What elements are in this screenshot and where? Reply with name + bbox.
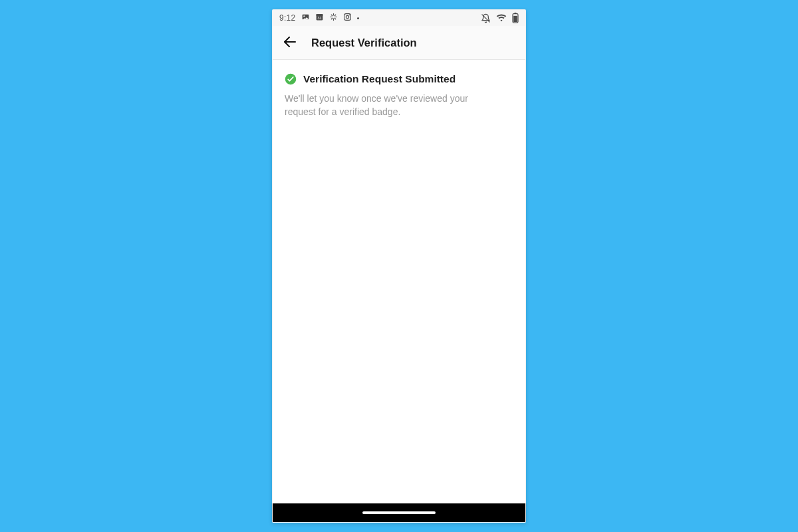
- phone-frame: 9:12 31: [272, 9, 526, 523]
- dnd-off-icon: [481, 13, 491, 23]
- wifi-icon: [496, 13, 507, 23]
- svg-rect-11: [513, 16, 517, 22]
- svg-point-1: [303, 15, 305, 17]
- success-title: Verification Request Submitted: [303, 73, 456, 85]
- content-area: Verification Request Submitted We'll let…: [273, 60, 525, 503]
- instagram-icon: [343, 13, 352, 23]
- svg-point-7: [348, 15, 349, 15]
- status-bar: 9:12 31: [273, 10, 525, 26]
- page-title: Request Verification: [311, 37, 417, 49]
- status-left: 9:12 31: [279, 13, 359, 23]
- svg-rect-10: [514, 13, 516, 14]
- success-description: We'll let you know once we've reviewed y…: [285, 92, 497, 119]
- battery-icon: [512, 13, 519, 23]
- stage: 9:12 31: [0, 0, 798, 532]
- success-row: Verification Request Submitted: [285, 73, 513, 85]
- photos-icon: [301, 13, 310, 23]
- sync-icon: [329, 13, 338, 23]
- arrow-left-icon: [282, 34, 298, 52]
- back-button[interactable]: [281, 33, 299, 52]
- svg-point-6: [346, 15, 348, 18]
- check-circle-icon: [285, 73, 297, 85]
- gesture-nav-bar[interactable]: [273, 503, 525, 522]
- status-right: [481, 13, 519, 23]
- calendar-icon: 31: [315, 13, 324, 23]
- app-bar: Request Verification: [273, 26, 525, 60]
- status-clock: 9:12: [279, 13, 296, 23]
- home-indicator[interactable]: [362, 511, 436, 514]
- dot-icon: [357, 17, 359, 19]
- svg-text:31: 31: [317, 16, 321, 20]
